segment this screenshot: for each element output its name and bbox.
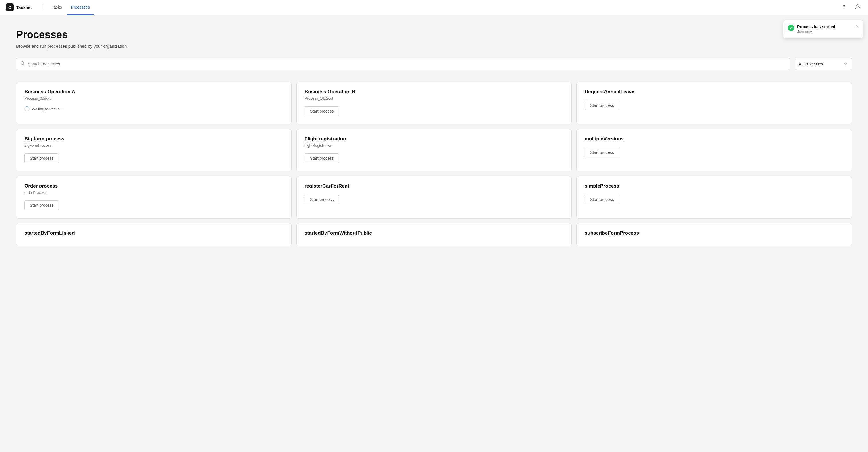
process-name: startedByFormWithoutPublic — [305, 230, 563, 236]
process-name: registerCarForRent — [305, 183, 563, 189]
svg-line-2 — [24, 64, 25, 65]
toast-title: Process has started — [797, 24, 852, 29]
start-process-button[interactable]: Start process — [24, 153, 59, 163]
process-card: registerCarForRentStart process — [296, 176, 572, 218]
search-icon — [20, 61, 25, 67]
process-id: Process_18z2cdf — [305, 96, 563, 100]
nav-right: ? — [839, 3, 862, 12]
process-name: subscribeFormProcess — [585, 230, 844, 236]
start-process-button[interactable]: Start process — [305, 106, 339, 116]
start-process-button[interactable]: Start process — [585, 148, 619, 157]
page-content: Processes Browse and run processes publi… — [0, 15, 868, 258]
brand: C Tasklist — [6, 3, 32, 11]
page-subtitle: Browse and run processes published by yo… — [16, 43, 852, 49]
tab-tasks[interactable]: Tasks — [47, 0, 67, 15]
start-process-button[interactable]: Start process — [24, 201, 59, 210]
toast-check-icon — [788, 25, 794, 31]
brand-logo: C — [6, 3, 14, 11]
user-button[interactable] — [853, 3, 862, 12]
partial-process-card: startedByFormLinked — [16, 223, 291, 246]
partial-cards: startedByFormLinkedstartedByFormWithoutP… — [16, 223, 852, 246]
process-name: Flight registration — [305, 136, 563, 142]
process-name: startedByFormLinked — [24, 230, 283, 236]
process-name: Big form process — [24, 136, 283, 142]
spinner-icon — [24, 106, 30, 112]
process-id: flightRegistration — [305, 143, 563, 148]
start-process-button[interactable]: Start process — [305, 195, 339, 205]
search-box — [16, 58, 790, 70]
start-process-button[interactable]: Start process — [305, 153, 339, 163]
partial-process-card: subscribeFormProcess — [577, 223, 852, 246]
svg-point-0 — [857, 5, 859, 7]
process-card: RequestAnnualLeaveStart process — [577, 82, 852, 124]
process-grid: Business Operation AProcess_0diikxuWaiti… — [16, 82, 852, 218]
process-card: Order processorderProcessStart process — [16, 176, 291, 218]
process-card: multipleVersionsStart process — [577, 129, 852, 172]
waiting-status: Waiting for tasks... — [24, 106, 283, 112]
topnav: C Tasklist Tasks Processes ? — [0, 0, 868, 15]
process-name: simpleProcess — [585, 183, 844, 189]
toast-content: Process has started Just now — [797, 24, 852, 34]
process-name: RequestAnnualLeave — [585, 89, 844, 95]
help-button[interactable]: ? — [839, 3, 848, 12]
process-name: Business Operation B — [305, 89, 563, 95]
process-name: multipleVersions — [585, 136, 844, 142]
process-card: Flight registrationflightRegistrationSta… — [296, 129, 572, 172]
filter-label: All Processes — [799, 62, 841, 66]
search-input[interactable] — [28, 62, 786, 66]
brand-name: Tasklist — [16, 5, 32, 10]
toast-close-button[interactable]: × — [856, 24, 859, 29]
process-id: Process_0diikxu — [24, 96, 283, 100]
process-id: bigFormProcess — [24, 143, 283, 148]
filter-select[interactable]: All Processes — [795, 58, 852, 70]
search-row: All Processes — [16, 58, 852, 70]
process-name: Business Operation A — [24, 89, 283, 95]
toast-notification: Process has started Just now × — [783, 20, 863, 38]
process-id: orderProcess — [24, 190, 283, 195]
process-card: simpleProcessStart process — [577, 176, 852, 218]
waiting-text: Waiting for tasks... — [32, 107, 62, 111]
nav-tabs: Tasks Processes — [47, 0, 94, 14]
tab-processes[interactable]: Processes — [67, 0, 94, 15]
process-card: Big form processbigFormProcessStart proc… — [16, 129, 291, 172]
user-icon — [855, 3, 861, 11]
page-title: Processes — [16, 29, 852, 41]
process-card: Business Operation AProcess_0diikxuWaiti… — [16, 82, 291, 124]
partial-process-card: startedByFormWithoutPublic — [296, 223, 572, 246]
start-process-button[interactable]: Start process — [585, 100, 619, 110]
nav-divider — [42, 4, 42, 11]
chevron-down-icon — [844, 62, 848, 67]
process-card: Business Operation BProcess_18z2cdfStart… — [296, 82, 572, 124]
process-name: Order process — [24, 183, 283, 189]
start-process-button[interactable]: Start process — [585, 195, 619, 205]
help-icon: ? — [842, 4, 845, 10]
toast-subtitle: Just now — [797, 30, 852, 34]
